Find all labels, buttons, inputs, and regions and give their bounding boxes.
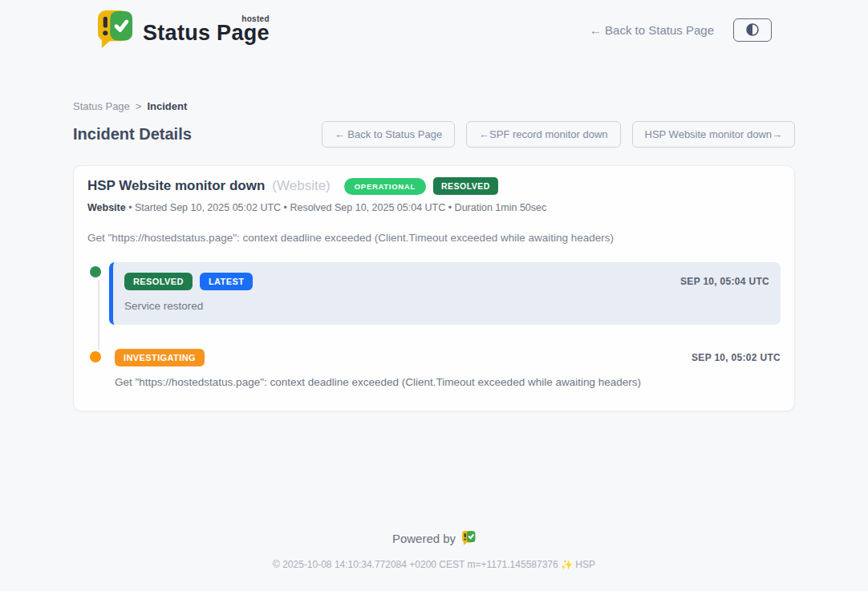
breadcrumb-current: Incident — [147, 100, 187, 112]
timeline-entry-header: INVESTIGATING SEP 10, 05:02 UTC — [115, 349, 781, 366]
back-to-status-page-button[interactable]: ← Back to Status Page — [322, 121, 455, 148]
timeline-entry-content: INVESTIGATING SEP 10, 05:02 UTC Get "htt… — [109, 347, 781, 388]
site-footer: Powered by © 2025-10-08 14:10:34.772084 … — [0, 531, 868, 591]
operational-status-badge: OPERATIONAL — [344, 178, 426, 195]
page-title: Incident Details — [73, 125, 192, 144]
timeline-entry-investigating: INVESTIGATING SEP 10, 05:02 UTC Get "htt… — [87, 347, 781, 388]
incident-nav-buttons: ← Back to Status Page ←SPF record monito… — [322, 121, 795, 148]
header-back-link[interactable]: ← Back to Status Page — [590, 23, 714, 37]
breadcrumb: Status Page>Incident — [73, 100, 795, 112]
brand-title: Status Page — [143, 21, 270, 46]
powered-by: Powered by — [0, 531, 868, 545]
timeline-timestamp: SEP 10, 05:04 UTC — [680, 276, 769, 287]
timeline-entry-resolved: RESOLVED LATEST SEP 10, 05:04 UTC Servic… — [87, 262, 781, 325]
timeline-badges: INVESTIGATING — [115, 349, 205, 366]
timeline-message: Service restored — [124, 300, 769, 312]
timeline-entry-content: RESOLVED LATEST SEP 10, 05:04 UTC Servic… — [109, 262, 781, 325]
incident-meta-details: • Started Sep 10, 2025 05:02 UTC • Resol… — [126, 202, 547, 213]
resolved-state-badge: RESOLVED — [433, 177, 498, 195]
timeline-badges: RESOLVED LATEST — [124, 273, 253, 290]
incident-meta-component: Website — [87, 202, 126, 213]
powered-by-label: Powered by — [392, 532, 456, 545]
breadcrumb-separator: > — [136, 100, 142, 112]
status-page-logo-icon — [98, 10, 133, 49]
timeline-rail — [87, 347, 109, 388]
incident-title: HSP Website monitor down — [87, 178, 265, 194]
incident-title-row: HSP Website monitor down (Website) OPERA… — [87, 177, 781, 195]
title-row: Incident Details ← Back to Status Page ←… — [73, 121, 795, 148]
incident-timeline: RESOLVED LATEST SEP 10, 05:04 UTC Servic… — [87, 262, 781, 388]
latest-badge: LATEST — [200, 273, 253, 290]
site-header: hosted Status Page ← Back to Status Page — [0, 0, 868, 49]
breadcrumb-status-page-link[interactable]: Status Page — [73, 100, 130, 112]
status-page-logo-icon-small[interactable] — [462, 531, 476, 545]
main-content: Status Page>Incident Incident Details ← … — [73, 49, 795, 531]
green-dot-icon — [87, 264, 103, 280]
incident-description: Get "https://hostedstatus.page": context… — [87, 232, 781, 244]
prev-incident-button[interactable]: ←SPF record monitor down — [466, 121, 620, 148]
timeline-rail — [87, 262, 109, 325]
timeline-timestamp: SEP 10, 05:02 UTC — [692, 352, 781, 363]
header-actions: ← Back to Status Page — [590, 18, 772, 42]
half-circle-contrast-icon — [744, 21, 761, 38]
brand-logo[interactable]: hosted Status Page — [98, 10, 270, 49]
orange-dot-icon — [87, 349, 103, 365]
timeline-entry-header: RESOLVED LATEST SEP 10, 05:04 UTC — [124, 273, 769, 290]
incident-card: HSP Website monitor down (Website) OPERA… — [73, 165, 795, 411]
investigating-badge: INVESTIGATING — [115, 349, 205, 366]
incident-component: (Website) — [272, 178, 330, 194]
resolved-badge: RESOLVED — [124, 273, 193, 290]
theme-toggle-button[interactable] — [733, 18, 772, 42]
timeline-message: Get "https://hostedstatus.page": context… — [115, 376, 781, 388]
next-incident-button[interactable]: HSP Website monitor down→ — [632, 121, 795, 148]
copyright-line: © 2025-10-08 14:10:34.772084 +0200 CEST … — [0, 559, 868, 570]
incident-meta: Website • Started Sep 10, 2025 05:02 UTC… — [87, 202, 781, 213]
brand-name: hosted Status Page — [143, 14, 270, 46]
